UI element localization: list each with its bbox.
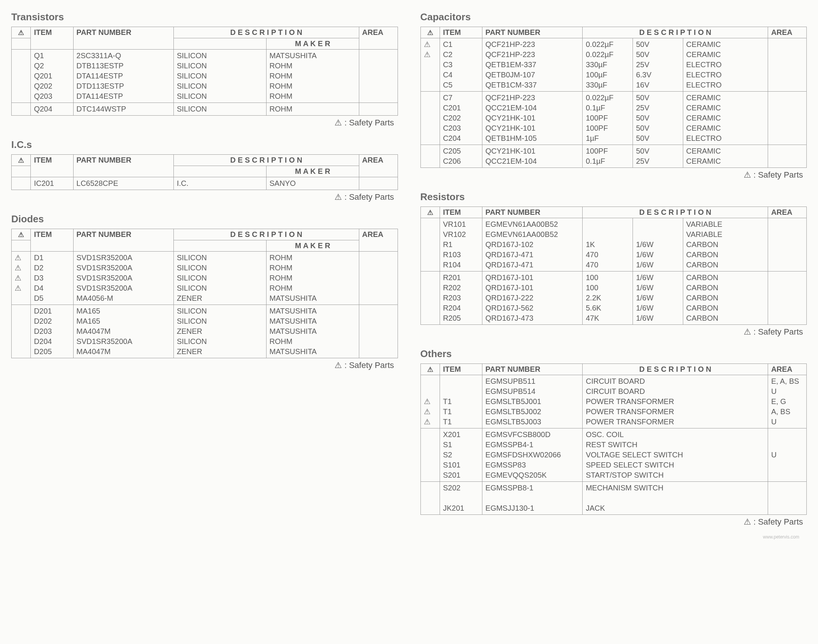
cell-w (420, 482, 440, 515)
cell-area (768, 92, 807, 145)
table-row: ⚠ ⚠ ⚠ ⚠ D1 D2 D3 D4 D5SVD1SR35200A SVD1S… (12, 251, 398, 305)
cell-maker: ROHM (266, 103, 359, 116)
col-maker: M A K E R (266, 38, 359, 49)
safety-note-ics: ⚠ : Safety Parts (11, 190, 398, 210)
cell-item: Q1 Q2 Q201 Q202 Q203 (31, 49, 73, 103)
cell-d3: VARIABLE VARIABLE CARBON CARBON CARBON (683, 218, 768, 271)
cell-part: EGMSUPB511 EGMSUPB514 EGMSLTB5J001 EGMSL… (483, 375, 583, 428)
cell-item: C205 C206 (440, 145, 482, 168)
watermark: www.petervis.com (420, 534, 807, 540)
resistors-table: ⚠ ITEM PART NUMBER D E S C R I P T I O N… (420, 207, 807, 325)
cell-maker: MATSUSHITA MATSUSHITA MATSUSHITA ROHM MA… (266, 305, 359, 358)
col-warn: ⚠ (12, 27, 31, 38)
cell-w (12, 177, 31, 190)
cell-w (420, 218, 440, 271)
others-table: ⚠ ITEM PART NUMBER D E S C R I P T I O N… (420, 363, 807, 515)
cell-part: 2SC3311A-Q DTB113ESTP DTA114ESTP DTD113E… (73, 49, 173, 103)
safety-note-others: ⚠ : Safety Parts (420, 515, 807, 534)
table-row: ⚠ ⚠ C1 C2 C3 C4 C5QCF21HP-223 QCF21HP-22… (420, 38, 807, 92)
cell-d2: 1/6W 1/6W 1/6W (633, 218, 683, 271)
table-row: ⚠ ⚠ ⚠ T1 T1 T1EGMSUPB511 EGMSUPB514 EGMS… (420, 375, 807, 428)
cell-part: QCF21HP-223 QCF21HP-223 QETB1EM-337 QETB… (483, 38, 583, 92)
transistors-title: Transistors (11, 11, 398, 23)
cell-d1: SILICON SILICON SILICON SILICON ZENER (173, 251, 266, 305)
cell-maker: SANYO (266, 177, 359, 190)
cell-item: C1 C2 C3 C4 C5 (440, 38, 482, 92)
cell-part: QRD167J-101 QRD167J-101 QRD167J-222 QRD1… (483, 271, 583, 325)
cell-d2: 50V 25V 50V 50V 50V (633, 92, 683, 145)
safety-note-transistors: ⚠ : Safety Parts (11, 116, 398, 135)
table-row: C7 C201 C202 C203 C204QCF21HP-223 QCC21E… (420, 92, 807, 145)
cell-item: R201 R202 R203 R204 R205 (440, 271, 482, 325)
cell-part: MA165 MA165 MA4047M SVD1SR35200A MA4047M (73, 305, 173, 358)
cell-w: ⚠ ⚠ ⚠ ⚠ (12, 251, 31, 305)
cell-item: C7 C201 C202 C203 C204 (440, 92, 482, 145)
cell-area (768, 38, 807, 92)
cell-d1: 1K 470 470 (583, 218, 633, 271)
cell-d1: 100 100 2.2K 5.6K 47K (583, 271, 633, 325)
cell-d2: 50V 25V (633, 145, 683, 168)
warning-icon: ⚠ (18, 230, 24, 239)
cell-area: E, A, BS U E, G A, BS U (768, 375, 807, 428)
col-area: AREA (359, 27, 398, 49)
cell-w (420, 271, 440, 325)
col-part: PART NUMBER (73, 27, 173, 49)
table-row: VR101 VR102 R1 R103 R104EGMEVN61AA00B52 … (420, 218, 807, 271)
cell-part: LC6528CPE (73, 177, 173, 190)
cell-part: EGMEVN61AA00B52 EGMEVN61AA00B52 QRD167J-… (483, 218, 583, 271)
cell-w: ⚠ ⚠ (420, 38, 440, 92)
cell-area (768, 271, 807, 325)
table-row: D201 D202 D203 D204 D205MA165 MA165 MA40… (12, 305, 398, 358)
cell-part: EGMSVFCSB800D EGMSSPB4-1 EGMSFDSHXW02066… (483, 428, 583, 482)
cell-d3: CERAMIC CERAMIC (683, 145, 768, 168)
cell-part: SVD1SR35200A SVD1SR35200A SVD1SR35200A S… (73, 251, 173, 305)
cell-w (420, 92, 440, 145)
cell-item: VR101 VR102 R1 R103 R104 (440, 218, 482, 271)
capacitors-table: ⚠ ITEM PART NUMBER D E S C R I P T I O N… (420, 27, 807, 168)
ics-table: ⚠ ITEM PART NUMBER D E S C R I P T I O N… (11, 154, 398, 190)
page-root: Transistors ⚠ ITEM PART NUMBER D E S C R… (11, 8, 807, 540)
cell-item: IC201 (31, 177, 73, 190)
cell-item: D201 D202 D203 D204 D205 (31, 305, 73, 358)
diodes-table: ⚠ ITEM PART NUMBER D E S C R I P T I O N… (11, 229, 398, 358)
cell-part: EGMSSPB8-1 EGMSJJ130-1 (483, 482, 583, 515)
cell-d3: CERAMIC CERAMIC CERAMIC CERAMIC ELECTRO (683, 92, 768, 145)
cell-d2: 50V 50V 25V 6.3V 16V (633, 38, 683, 92)
cell-item: T1 T1 T1 (440, 375, 482, 428)
cell-area (768, 145, 807, 168)
left-column: Transistors ⚠ ITEM PART NUMBER D E S C R… (11, 8, 398, 540)
table-row: C205 C206QCY21HK-101 QCC21EM-104100PF 0.… (420, 145, 807, 168)
col-desc: D E S C R I P T I O N (173, 27, 359, 38)
col-item: ITEM (31, 27, 73, 49)
resistors-title: Resistors (420, 191, 807, 203)
cell-w (12, 49, 31, 103)
cell-area (359, 305, 398, 358)
transistors-table: ⚠ ITEM PART NUMBER D E S C R I P T I O N… (11, 27, 398, 116)
cell-w: ⚠ ⚠ ⚠ (420, 375, 440, 428)
right-column: Capacitors ⚠ ITEM PART NUMBER D E S C R … (420, 8, 807, 540)
cell-desc: MECHANISM SWITCH JACK (583, 482, 768, 515)
cell-area (359, 251, 398, 305)
cell-part: QCY21HK-101 QCC21EM-104 (483, 145, 583, 168)
table-row: IC201LC6528CPEI.C.SANYO (12, 177, 398, 190)
cell-maker: MATSUSHITA ROHM ROHM ROHM ROHM (266, 49, 359, 103)
cell-item: X201 S1 S2 S101 S201 (440, 428, 482, 482)
warning-icon: ⚠ (427, 365, 433, 374)
cell-d2: 1/6W 1/6W 1/6W 1/6W 1/6W (633, 271, 683, 325)
others-title: Others (420, 348, 807, 360)
cell-w (12, 103, 31, 116)
safety-note-resistors: ⚠ : Safety Parts (420, 325, 807, 344)
cell-area (768, 218, 807, 271)
cell-area (359, 177, 398, 190)
cell-area (768, 482, 807, 515)
cell-w (12, 305, 31, 358)
cell-d1: SILICON (173, 103, 266, 116)
cell-w (420, 145, 440, 168)
cell-area: U (768, 428, 807, 482)
cell-item: Q204 (31, 103, 73, 116)
cell-item: S202 JK201 (440, 482, 482, 515)
table-row: Q204DTC144WSTPSILICONROHM (12, 103, 398, 116)
table-row: X201 S1 S2 S101 S201EGMSVFCSB800D EGMSSP… (420, 428, 807, 482)
ics-title: I.C.s (11, 139, 398, 150)
cell-d3: CARBON CARBON CARBON CARBON CARBON (683, 271, 768, 325)
